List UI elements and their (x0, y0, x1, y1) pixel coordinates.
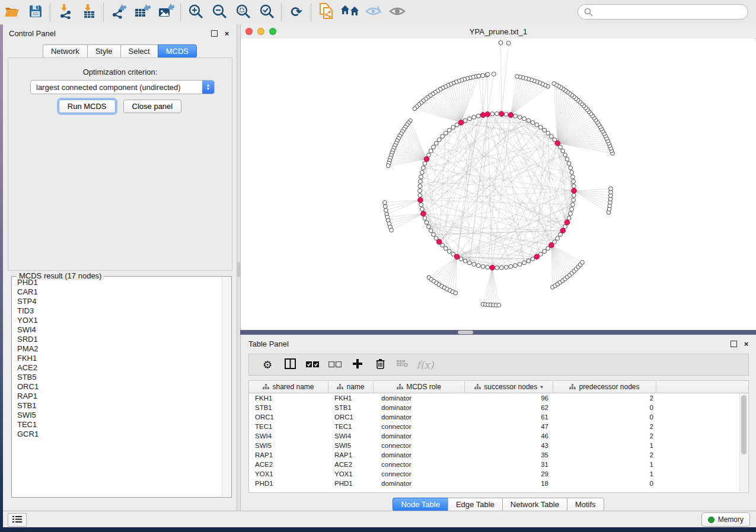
cell-shared-name[interactable]: SWI4 (249, 431, 328, 441)
tab-mcds[interactable]: MCDS (158, 44, 197, 58)
apply-layout-button[interactable]: ⟳ (285, 2, 308, 23)
cell-name[interactable]: SWI4 (328, 431, 374, 441)
mcds-result-item[interactable]: CAR1 (12, 287, 222, 297)
task-history-button[interactable] (8, 513, 27, 527)
add-column-button[interactable] (346, 356, 369, 374)
table-row-PHD1[interactable]: PHD1PHD1dominator180 (249, 479, 748, 488)
deselect-all-button[interactable] (324, 356, 346, 374)
mcds-result-item[interactable]: YOX1 (12, 316, 222, 325)
mcds-result-item[interactable]: PMA2 (12, 344, 222, 354)
cell-predecessor-nodes[interactable]: 1 (553, 460, 656, 469)
delete-column-button[interactable] (369, 356, 391, 374)
cell-name[interactable]: YOX1 (328, 469, 374, 479)
mcds-result-item[interactable]: RAP1 (12, 392, 222, 401)
cell-mcds-role[interactable]: dominator (374, 412, 465, 422)
column-header-predecessor-nodes[interactable]: predecessor nodes (553, 381, 656, 393)
zoom-out-button[interactable] (208, 2, 231, 23)
mcds-result-item[interactable]: STB1 (12, 401, 222, 411)
cell-mcds-role[interactable]: dominator (374, 479, 465, 488)
cell-name[interactable]: TEC1 (328, 422, 374, 431)
table-row-SWI4[interactable]: SWI4SWI4dominator462 (249, 431, 748, 441)
cell-name[interactable]: SWI5 (328, 441, 374, 450)
cell-shared-name[interactable]: PHD1 (249, 479, 328, 488)
cell-successor-nodes[interactable]: 35 (465, 450, 553, 460)
table-row-SWI5[interactable]: SWI5SWI5connector431 (249, 441, 748, 450)
cell-mcds-role[interactable]: connector (374, 422, 465, 431)
clone-network-button[interactable] (314, 2, 338, 23)
delete-table-button[interactable] (391, 356, 414, 374)
network-graph[interactable] (241, 39, 755, 329)
close-panel-button[interactable]: × (223, 30, 231, 37)
cell-shared-name[interactable]: ORC1 (249, 412, 328, 422)
cell-mcds-role[interactable]: dominator (374, 431, 465, 441)
cell-shared-name[interactable]: YOX1 (249, 469, 328, 479)
cell-successor-nodes[interactable]: 31 (465, 460, 553, 469)
show-columns-button[interactable] (279, 356, 301, 374)
cell-successor-nodes[interactable]: 62 (465, 403, 553, 412)
save-session-button[interactable] (24, 2, 47, 23)
table-row-FKH1[interactable]: FKH1FKH1dominator962 (249, 393, 748, 403)
cell-successor-nodes[interactable]: 47 (465, 422, 553, 431)
cell-mcds-role[interactable]: connector (374, 441, 465, 450)
cell-shared-name[interactable]: TEC1 (249, 422, 328, 431)
cell-mcds-role[interactable]: connector (374, 469, 465, 479)
cell-name[interactable]: STB1 (328, 403, 374, 412)
mcds-result-item[interactable]: SRD1 (12, 335, 222, 344)
table-close-button[interactable]: × (742, 340, 750, 348)
cell-successor-nodes[interactable]: 43 (465, 441, 553, 450)
mcds-result-item[interactable]: ORC1 (12, 382, 222, 392)
close-panel-button-mcds[interactable]: Close panel (123, 100, 182, 113)
table-row-YOX1[interactable]: YOX1YOX1connector291 (249, 469, 748, 479)
zoom-selected-button[interactable] (255, 2, 279, 23)
export-image-button[interactable] (154, 2, 178, 23)
cell-predecessor-nodes[interactable]: 1 (553, 469, 656, 479)
tab-network[interactable]: Network (43, 44, 87, 58)
column-header-name[interactable]: name (328, 381, 374, 393)
mcds-result-item[interactable]: TID3 (12, 306, 222, 316)
mcds-result-item[interactable]: GCR1 (12, 430, 222, 439)
table-row-STB1[interactable]: STB1STB1dominator620 (249, 403, 748, 412)
table-options-button[interactable]: ⚙ (256, 356, 279, 374)
cell-mcds-role[interactable]: dominator (374, 403, 465, 412)
table-tab-network-table[interactable]: Network Table (502, 498, 567, 511)
table-row-TEC1[interactable]: TEC1TEC1connector472 (249, 422, 748, 431)
export-network-button[interactable] (107, 2, 130, 23)
mcds-result-item[interactable]: PHD1 (12, 278, 222, 287)
cell-name[interactable]: RAP1 (328, 450, 374, 460)
column-header-MCDS-role[interactable]: MCDS role (374, 381, 465, 393)
cell-name[interactable]: ORC1 (328, 412, 374, 422)
cell-predecessor-nodes[interactable]: 0 (553, 403, 656, 412)
cell-name[interactable]: FKH1 (328, 393, 374, 403)
column-header-successor-nodes[interactable]: successor nodes▾ (465, 381, 553, 393)
cell-predecessor-nodes[interactable]: 2 (553, 422, 656, 431)
cell-shared-name[interactable]: STB1 (249, 403, 328, 412)
run-mcds-button[interactable]: Run MCDS (59, 100, 116, 113)
mcds-result-item[interactable]: ACE2 (12, 363, 222, 373)
zoom-in-button[interactable] (184, 2, 208, 23)
cell-name[interactable]: ACE2 (328, 460, 374, 469)
select-all-button[interactable] (301, 356, 324, 374)
table-tab-edge-table[interactable]: Edge Table (448, 498, 502, 511)
cell-successor-nodes[interactable]: 96 (465, 393, 553, 403)
cell-successor-nodes[interactable]: 29 (465, 469, 553, 479)
network-canvas[interactable] (241, 39, 755, 329)
table-tab-node-table[interactable]: Node Table (393, 498, 448, 511)
mcds-result-item[interactable]: TEC1 (12, 420, 222, 430)
cell-successor-nodes[interactable]: 61 (465, 412, 553, 422)
cell-predecessor-nodes[interactable]: 1 (553, 441, 656, 450)
result-scrollbar[interactable] (222, 277, 231, 496)
function-builder-button[interactable]: f(x) (414, 356, 436, 374)
horizontal-splitter-grip[interactable] (458, 331, 473, 334)
cell-name[interactable]: PHD1 (328, 479, 374, 488)
first-neighbors-button[interactable] (338, 2, 362, 23)
mcds-result-item[interactable]: STP4 (12, 297, 222, 306)
table-tab-motifs[interactable]: Motifs (567, 498, 604, 511)
mcds-result-item[interactable]: FKH1 (12, 354, 222, 363)
search-input[interactable] (596, 7, 742, 17)
cell-shared-name[interactable]: RAP1 (249, 450, 328, 460)
tab-select[interactable]: Select (120, 44, 158, 58)
table-row-ORC1[interactable]: ORC1ORC1dominator610 (249, 412, 748, 422)
float-panel-button[interactable] (210, 30, 218, 37)
mcds-result-item[interactable]: SWI5 (12, 411, 222, 420)
cell-predecessor-nodes[interactable]: 0 (553, 412, 656, 422)
